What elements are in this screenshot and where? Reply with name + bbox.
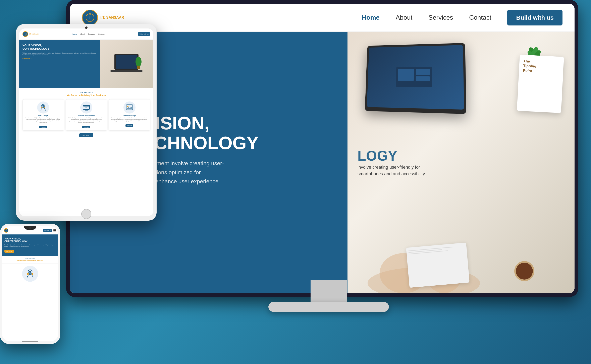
logo-circle: i	[82, 10, 98, 26]
phone-home-indicator	[22, 341, 38, 342]
svg-text:i: i	[6, 230, 7, 231]
svg-point-37	[32, 273, 33, 275]
tablet-nav-services[interactable]: Services	[88, 33, 95, 35]
hamburger-line-3	[53, 231, 56, 231]
tablet-card-title-graphic: Graphics Design	[110, 115, 148, 117]
tablet-services-title: We Focus on Building Your Business	[22, 94, 150, 97]
desktop-nav-about[interactable]: About	[396, 14, 412, 21]
desktop-nav-services[interactable]: Services	[428, 14, 453, 21]
tablet-card-icon-graphic	[123, 102, 135, 114]
desktop-nav-contact[interactable]: Contact	[469, 14, 491, 21]
svg-point-31	[127, 106, 128, 107]
tablet-wrapper: i I.T. SANSAAR Home About Services Conta…	[16, 24, 157, 221]
svg-rect-25	[83, 105, 90, 106]
tablet-card-desc-ui: User Interface and UX (User Experience) …	[24, 117, 62, 124]
laptop-screen-content	[367, 45, 464, 110]
svg-point-35	[29, 271, 31, 273]
phone-service-card	[2, 264, 58, 285]
tablet-logo-circle: i	[22, 31, 28, 37]
laptop-screen	[367, 45, 464, 110]
desktop-nav-links: Home About Services Contact	[362, 14, 491, 21]
hero-overlay-subtitle: involve creating user-friendly for smart…	[358, 164, 438, 177]
tablet-hero: YOUR VISION, OUR TECHNOLOGY Website desi…	[19, 40, 153, 88]
uiux-icon	[39, 104, 47, 111]
tablet-service-card-ui: UI/UX Design User Interface and UX (User…	[22, 99, 64, 130]
tablet-navbar: i I.T. SANSAAR Home About Services Conta…	[19, 28, 153, 40]
tablet-view-more-button[interactable]: View More +	[79, 133, 93, 137]
desktop-nav-home[interactable]: Home	[362, 14, 380, 21]
desktop-logo: i I.T. SANSAAR	[82, 10, 124, 26]
tablet-nav-contact[interactable]: Contact	[98, 33, 105, 35]
svg-text:i: i	[89, 16, 90, 20]
tablet-card-btn-graphic[interactable]: View More	[126, 124, 133, 127]
tablet-logo-icon: i	[24, 32, 27, 36]
phone-notch	[24, 226, 36, 230]
svg-rect-16	[116, 55, 137, 69]
coffee-cup	[514, 261, 534, 281]
phone-frame: i Build with us YOUR VISION, OUR TECHNOL…	[0, 224, 60, 344]
hamburger-line-1	[53, 229, 56, 230]
phone-get-started-button[interactable]: Get Started	[4, 250, 14, 253]
tablet-get-started[interactable]: Get Started →	[22, 58, 97, 59]
tablet-build-button[interactable]: Build with us	[138, 32, 150, 36]
tablet-services-section: OUR SERVICES We Focus on Building Your B…	[19, 88, 153, 141]
desk-photo: TheTippingPoint	[347, 32, 575, 293]
tablet-nav-about[interactable]: About	[80, 33, 85, 35]
phone-menu-button[interactable]	[53, 229, 56, 231]
svg-point-18	[135, 57, 141, 67]
graphic-icon	[126, 104, 133, 111]
svg-rect-17	[110, 70, 143, 72]
desktop-hero-right: TheTippingPoint	[347, 32, 575, 293]
tablet-hero-right	[100, 40, 153, 88]
phone-build-button[interactable]: Build with us	[43, 229, 52, 232]
phone-logo-circle: i	[4, 228, 8, 233]
tablet-services-label: OUR SERVICES	[22, 92, 150, 93]
tablet-hero-left: YOUR VISION, OUR TECHNOLOGY Website desi…	[19, 40, 100, 88]
notebook	[406, 242, 470, 288]
phone-screen: i Build with us YOUR VISION, OUR TECHNOL…	[2, 227, 58, 341]
svg-rect-3	[398, 69, 414, 81]
phone-hero-title: YOUR VISION, OUR TECHNOLOGY	[4, 237, 56, 243]
svg-point-36	[27, 273, 29, 275]
tablet-hero-subtitle: Website design and development involve c…	[22, 52, 97, 56]
tablet-logo-text: I.T. SANSAAR	[29, 33, 39, 35]
hero-text-overlay: LOGY involve creating user-friendly for …	[352, 142, 444, 183]
monitor-stand-base	[268, 302, 389, 312]
svg-text:</>: </>	[85, 107, 87, 109]
tablet-hero-laptop	[110, 52, 143, 76]
phone-hero-subtitle: Embark on a journey of innovation and tr…	[4, 244, 56, 247]
tablet-camera	[85, 26, 87, 29]
phone-uiux-icon	[25, 269, 35, 279]
tablet-card-btn-ui[interactable]: View More	[39, 126, 47, 128]
tablet-hero-image	[100, 40, 153, 88]
phone-logo-icon: i	[5, 229, 7, 232]
tablet-nav-home[interactable]: Home	[72, 33, 77, 35]
desktop-logo-text: I.T. SANSAAR	[100, 15, 124, 20]
phone-camera	[29, 227, 31, 229]
phone-wrapper: i Build with us YOUR VISION, OUR TECHNOL…	[0, 224, 60, 344]
tablet-service-card-web: </> Website Development Website Developm…	[66, 99, 107, 130]
laptop-screen-graphics	[394, 65, 434, 89]
tablet-nav-links: Home About Services Contact	[72, 33, 104, 35]
tablet-screen: i I.T. SANSAAR Home About Services Conta…	[19, 28, 153, 216]
phone-services-title: We Focus on Building Your Business	[4, 260, 56, 261]
desktop-build-button[interactable]: Build with us	[507, 10, 563, 26]
svg-point-23	[44, 107, 45, 108]
svg-rect-19	[137, 66, 140, 69]
hero-overlay-title: LOGY	[358, 148, 438, 164]
tablet-card-title-web: Website Development	[67, 115, 105, 117]
phone-hero: YOUR VISION, OUR TECHNOLOGY Embark on a …	[2, 234, 58, 256]
tablet-home-button[interactable]	[81, 209, 91, 219]
tablet-hero-title: YOUR VISION, OUR TECHNOLOGY	[22, 44, 97, 51]
monitor-stand-neck	[311, 280, 347, 304]
svg-point-22	[41, 107, 42, 108]
laptop-simulation	[365, 43, 466, 114]
svg-rect-4	[416, 69, 430, 75]
tablet-service-card-graphic: Graphics Design Graphic designing is a c…	[109, 99, 150, 130]
tablet-card-desc-graphic: Graphic designing is a creative discipli…	[110, 117, 148, 122]
book-decoration: TheTippingPoint	[517, 55, 564, 113]
hamburger-line-2	[53, 230, 56, 231]
svg-text:i: i	[25, 33, 26, 35]
logo-icon: i	[85, 13, 95, 23]
tablet-card-btn-web[interactable]: View More	[82, 126, 90, 128]
